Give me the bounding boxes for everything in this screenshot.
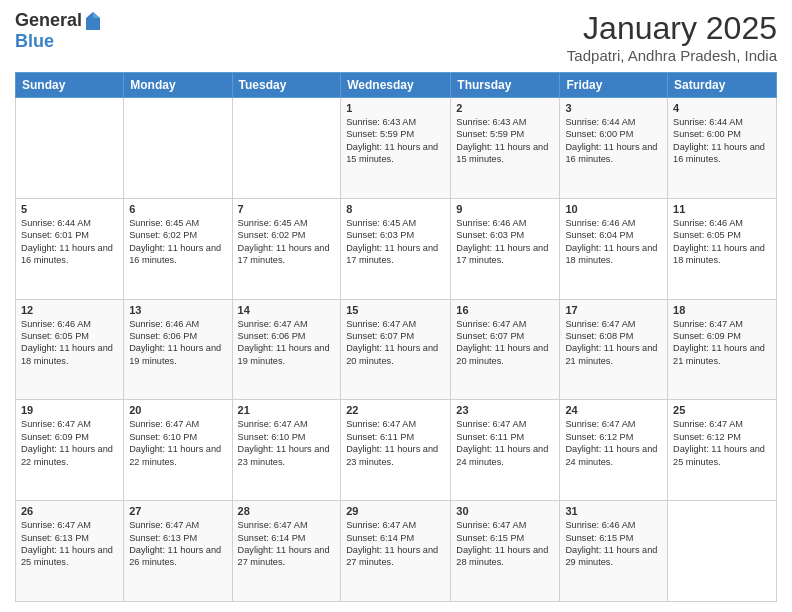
location-title: Tadpatri, Andhra Pradesh, India bbox=[567, 47, 777, 64]
calendar-day-7: 7Sunrise: 6:45 AMSunset: 6:02 PMDaylight… bbox=[232, 198, 341, 299]
calendar-day-26: 26Sunrise: 6:47 AMSunset: 6:13 PMDayligh… bbox=[16, 501, 124, 602]
day-number: 19 bbox=[21, 404, 118, 416]
day-info: Sunrise: 6:47 AMSunset: 6:13 PMDaylight:… bbox=[129, 519, 226, 569]
day-number: 8 bbox=[346, 203, 445, 215]
day-info: Sunrise: 6:45 AMSunset: 6:03 PMDaylight:… bbox=[346, 217, 445, 267]
calendar-day-15: 15Sunrise: 6:47 AMSunset: 6:07 PMDayligh… bbox=[341, 299, 451, 400]
day-number: 14 bbox=[238, 304, 336, 316]
day-info: Sunrise: 6:47 AMSunset: 6:14 PMDaylight:… bbox=[346, 519, 445, 569]
svg-marker-1 bbox=[93, 12, 100, 18]
calendar-header-friday: Friday bbox=[560, 73, 668, 98]
day-info: Sunrise: 6:47 AMSunset: 6:14 PMDaylight:… bbox=[238, 519, 336, 569]
day-info: Sunrise: 6:47 AMSunset: 6:10 PMDaylight:… bbox=[238, 418, 336, 468]
calendar-header-monday: Monday bbox=[124, 73, 232, 98]
calendar-day-25: 25Sunrise: 6:47 AMSunset: 6:12 PMDayligh… bbox=[668, 400, 777, 501]
day-info: Sunrise: 6:45 AMSunset: 6:02 PMDaylight:… bbox=[238, 217, 336, 267]
calendar-day-27: 27Sunrise: 6:47 AMSunset: 6:13 PMDayligh… bbox=[124, 501, 232, 602]
logo-blue-text: Blue bbox=[15, 31, 54, 51]
calendar-day-29: 29Sunrise: 6:47 AMSunset: 6:14 PMDayligh… bbox=[341, 501, 451, 602]
day-info: Sunrise: 6:47 AMSunset: 6:13 PMDaylight:… bbox=[21, 519, 118, 569]
logo-general-text: General bbox=[15, 11, 82, 31]
calendar-week-row: 26Sunrise: 6:47 AMSunset: 6:13 PMDayligh… bbox=[16, 501, 777, 602]
day-number: 27 bbox=[129, 505, 226, 517]
day-info: Sunrise: 6:47 AMSunset: 6:11 PMDaylight:… bbox=[346, 418, 445, 468]
calendar-table: SundayMondayTuesdayWednesdayThursdayFrid… bbox=[15, 72, 777, 602]
day-number: 29 bbox=[346, 505, 445, 517]
calendar-day-21: 21Sunrise: 6:47 AMSunset: 6:10 PMDayligh… bbox=[232, 400, 341, 501]
day-info: Sunrise: 6:47 AMSunset: 6:09 PMDaylight:… bbox=[673, 318, 771, 368]
day-info: Sunrise: 6:47 AMSunset: 6:09 PMDaylight:… bbox=[21, 418, 118, 468]
day-number: 16 bbox=[456, 304, 554, 316]
day-info: Sunrise: 6:47 AMSunset: 6:15 PMDaylight:… bbox=[456, 519, 554, 569]
day-info: Sunrise: 6:47 AMSunset: 6:06 PMDaylight:… bbox=[238, 318, 336, 368]
day-number: 28 bbox=[238, 505, 336, 517]
day-info: Sunrise: 6:43 AMSunset: 5:59 PMDaylight:… bbox=[346, 116, 445, 166]
day-info: Sunrise: 6:46 AMSunset: 6:03 PMDaylight:… bbox=[456, 217, 554, 267]
calendar-day-2: 2Sunrise: 6:43 AMSunset: 5:59 PMDaylight… bbox=[451, 98, 560, 199]
day-number: 25 bbox=[673, 404, 771, 416]
calendar-day-20: 20Sunrise: 6:47 AMSunset: 6:10 PMDayligh… bbox=[124, 400, 232, 501]
calendar-week-row: 5Sunrise: 6:44 AMSunset: 6:01 PMDaylight… bbox=[16, 198, 777, 299]
calendar-day-6: 6Sunrise: 6:45 AMSunset: 6:02 PMDaylight… bbox=[124, 198, 232, 299]
day-number: 9 bbox=[456, 203, 554, 215]
day-number: 2 bbox=[456, 102, 554, 114]
day-number: 24 bbox=[565, 404, 662, 416]
calendar-day-12: 12Sunrise: 6:46 AMSunset: 6:05 PMDayligh… bbox=[16, 299, 124, 400]
calendar-day-30: 30Sunrise: 6:47 AMSunset: 6:15 PMDayligh… bbox=[451, 501, 560, 602]
day-info: Sunrise: 6:47 AMSunset: 6:12 PMDaylight:… bbox=[673, 418, 771, 468]
calendar-empty-cell bbox=[668, 501, 777, 602]
calendar-day-4: 4Sunrise: 6:44 AMSunset: 6:00 PMDaylight… bbox=[668, 98, 777, 199]
day-number: 10 bbox=[565, 203, 662, 215]
calendar-empty-cell bbox=[16, 98, 124, 199]
calendar-day-1: 1Sunrise: 6:43 AMSunset: 5:59 PMDaylight… bbox=[341, 98, 451, 199]
calendar-day-10: 10Sunrise: 6:46 AMSunset: 6:04 PMDayligh… bbox=[560, 198, 668, 299]
calendar-week-row: 1Sunrise: 6:43 AMSunset: 5:59 PMDaylight… bbox=[16, 98, 777, 199]
day-number: 26 bbox=[21, 505, 118, 517]
calendar-header-sunday: Sunday bbox=[16, 73, 124, 98]
calendar-day-16: 16Sunrise: 6:47 AMSunset: 6:07 PMDayligh… bbox=[451, 299, 560, 400]
day-number: 7 bbox=[238, 203, 336, 215]
day-number: 17 bbox=[565, 304, 662, 316]
logo: General Blue bbox=[15, 10, 102, 52]
calendar-day-17: 17Sunrise: 6:47 AMSunset: 6:08 PMDayligh… bbox=[560, 299, 668, 400]
day-number: 6 bbox=[129, 203, 226, 215]
logo-icon bbox=[84, 10, 102, 32]
calendar-day-5: 5Sunrise: 6:44 AMSunset: 6:01 PMDaylight… bbox=[16, 198, 124, 299]
calendar-week-row: 12Sunrise: 6:46 AMSunset: 6:05 PMDayligh… bbox=[16, 299, 777, 400]
day-number: 3 bbox=[565, 102, 662, 114]
page: General Blue January 2025 Tadpatri, Andh… bbox=[0, 0, 792, 612]
day-number: 22 bbox=[346, 404, 445, 416]
day-info: Sunrise: 6:46 AMSunset: 6:06 PMDaylight:… bbox=[129, 318, 226, 368]
calendar-day-24: 24Sunrise: 6:47 AMSunset: 6:12 PMDayligh… bbox=[560, 400, 668, 501]
calendar-day-28: 28Sunrise: 6:47 AMSunset: 6:14 PMDayligh… bbox=[232, 501, 341, 602]
calendar-day-9: 9Sunrise: 6:46 AMSunset: 6:03 PMDaylight… bbox=[451, 198, 560, 299]
day-number: 23 bbox=[456, 404, 554, 416]
month-title: January 2025 bbox=[567, 10, 777, 47]
calendar-header-saturday: Saturday bbox=[668, 73, 777, 98]
calendar-day-23: 23Sunrise: 6:47 AMSunset: 6:11 PMDayligh… bbox=[451, 400, 560, 501]
day-number: 12 bbox=[21, 304, 118, 316]
day-info: Sunrise: 6:47 AMSunset: 6:07 PMDaylight:… bbox=[456, 318, 554, 368]
calendar-day-31: 31Sunrise: 6:46 AMSunset: 6:15 PMDayligh… bbox=[560, 501, 668, 602]
header: General Blue January 2025 Tadpatri, Andh… bbox=[15, 10, 777, 64]
day-info: Sunrise: 6:46 AMSunset: 6:05 PMDaylight:… bbox=[673, 217, 771, 267]
day-info: Sunrise: 6:47 AMSunset: 6:11 PMDaylight:… bbox=[456, 418, 554, 468]
day-info: Sunrise: 6:46 AMSunset: 6:05 PMDaylight:… bbox=[21, 318, 118, 368]
calendar-day-18: 18Sunrise: 6:47 AMSunset: 6:09 PMDayligh… bbox=[668, 299, 777, 400]
day-info: Sunrise: 6:46 AMSunset: 6:15 PMDaylight:… bbox=[565, 519, 662, 569]
day-number: 20 bbox=[129, 404, 226, 416]
day-number: 11 bbox=[673, 203, 771, 215]
day-number: 15 bbox=[346, 304, 445, 316]
day-info: Sunrise: 6:47 AMSunset: 6:07 PMDaylight:… bbox=[346, 318, 445, 368]
title-section: January 2025 Tadpatri, Andhra Pradesh, I… bbox=[567, 10, 777, 64]
day-info: Sunrise: 6:44 AMSunset: 6:00 PMDaylight:… bbox=[565, 116, 662, 166]
calendar-header-thursday: Thursday bbox=[451, 73, 560, 98]
calendar-header-tuesday: Tuesday bbox=[232, 73, 341, 98]
day-info: Sunrise: 6:47 AMSunset: 6:10 PMDaylight:… bbox=[129, 418, 226, 468]
day-number: 31 bbox=[565, 505, 662, 517]
calendar-empty-cell bbox=[124, 98, 232, 199]
day-info: Sunrise: 6:46 AMSunset: 6:04 PMDaylight:… bbox=[565, 217, 662, 267]
calendar-day-8: 8Sunrise: 6:45 AMSunset: 6:03 PMDaylight… bbox=[341, 198, 451, 299]
calendar-day-22: 22Sunrise: 6:47 AMSunset: 6:11 PMDayligh… bbox=[341, 400, 451, 501]
calendar-header-row: SundayMondayTuesdayWednesdayThursdayFrid… bbox=[16, 73, 777, 98]
